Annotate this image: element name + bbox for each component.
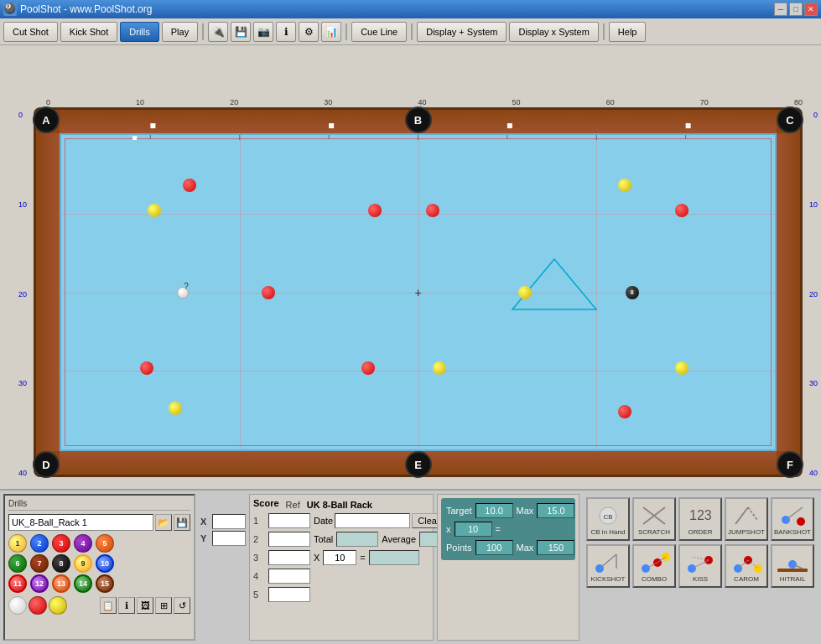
ball-red-2[interactable] <box>368 204 382 217</box>
chart-icon-button[interactable]: 📊 <box>321 22 341 42</box>
score-input-3[interactable] <box>268 550 310 565</box>
ball-red-4[interactable] <box>675 204 688 217</box>
result-input[interactable] <box>369 550 419 565</box>
svg-line-18 <box>735 507 748 524</box>
drill-action-refresh[interactable]: ↺ <box>174 597 190 614</box>
camera-icon-button[interactable]: 📷 <box>253 22 273 42</box>
combo-button[interactable]: COMBO <box>632 544 676 588</box>
ball-red-6[interactable] <box>140 361 153 375</box>
scratch-button[interactable]: SCRATCH <box>632 497 676 541</box>
ball-red-5[interactable] <box>262 286 275 299</box>
ball-btn-12[interactable]: 12 <box>30 574 49 593</box>
carom-button[interactable]: CAROM <box>725 544 768 588</box>
drill-save-btn[interactable]: 💾 <box>174 514 190 531</box>
ball-btn-10[interactable]: 10 <box>96 554 114 573</box>
ruler-h-10: 10 <box>136 98 144 106</box>
table-felt[interactable]: + ? <box>60 133 777 451</box>
target-input[interactable] <box>475 503 513 518</box>
drill-action-info[interactable]: ℹ <box>118 597 135 614</box>
order-button[interactable]: 123 ORDER <box>678 497 722 541</box>
date-input[interactable] <box>335 513 410 528</box>
drill-action-grid[interactable]: ⊞ <box>155 597 172 614</box>
order-label: ORDER <box>688 528 713 536</box>
center-marker: + <box>414 286 421 299</box>
x-input[interactable] <box>212 514 246 529</box>
close-button[interactable]: ✕ <box>804 3 818 16</box>
jumpshot-button[interactable]: JUMPSHOT <box>725 497 768 541</box>
drill-action-img[interactable]: 🖼 <box>137 597 153 614</box>
y-input[interactable] <box>212 531 246 546</box>
bankshot-icon <box>777 503 808 528</box>
info-icon-button[interactable]: ℹ <box>276 22 296 42</box>
ruler-h-80: 80 <box>794 98 803 106</box>
cut-shot-button[interactable]: Cut Shot <box>3 22 58 42</box>
ball-yellow-4[interactable] <box>433 361 446 375</box>
ball-btn-15[interactable]: 15 <box>96 574 114 593</box>
ball-btn-9[interactable]: 9 <box>74 554 92 573</box>
ball-yellow-1[interactable] <box>148 204 161 217</box>
maximize-button[interactable]: □ <box>789 3 803 16</box>
ball-btn-6[interactable]: 6 <box>8 554 27 573</box>
ball-btn-3[interactable]: 3 <box>52 534 70 553</box>
help-button[interactable]: Help <box>609 22 647 42</box>
drills-button[interactable]: Drills <box>120 22 158 42</box>
points-input[interactable] <box>475 540 513 555</box>
score-input-5[interactable] <box>268 587 310 602</box>
ball-btn-cue[interactable] <box>8 596 27 615</box>
max-input[interactable] <box>537 503 574 518</box>
kickshot-button[interactable]: KICKSHOT <box>586 544 630 588</box>
title-bar: 🎱 PoolShot - www.PoolShot.org ─ □ ✕ <box>0 0 821 18</box>
pool-table[interactable]: A B C D E F <box>34 107 803 477</box>
points-label: Points <box>446 543 472 553</box>
ruler-h-30: 30 <box>324 98 332 106</box>
ball-red-1[interactable] <box>183 179 196 192</box>
cb-in-hand-button[interactable]: CB CB in Hand <box>586 497 630 541</box>
minimize-button[interactable]: ─ <box>774 3 787 16</box>
cue-line-button[interactable]: Cue Line <box>351 22 407 42</box>
score-input-1[interactable] <box>268 513 310 528</box>
ball-yellow-5[interactable] <box>169 402 182 415</box>
score-numbers: 1 2 3 4 5 <box>253 513 310 604</box>
ball-red-8[interactable] <box>618 405 631 418</box>
ball-yellow-2[interactable] <box>618 179 631 192</box>
date-label: Date <box>314 516 333 526</box>
hitrail-button[interactable]: HITRAIL <box>771 544 814 588</box>
pocket-c-label: C <box>786 114 793 127</box>
ball-btn-11[interactable]: 11 <box>8 574 27 593</box>
points-max-input[interactable] <box>537 540 574 555</box>
total-input[interactable] <box>336 532 378 547</box>
bankshot-button[interactable]: BANKSHOT <box>771 497 814 541</box>
display-x-system-button[interactable]: Display x System <box>509 22 598 42</box>
kick-shot-button[interactable]: Kick Shot <box>60 22 117 42</box>
settings-icon-button[interactable]: ⚙ <box>299 22 319 42</box>
score-input-4[interactable] <box>268 569 310 584</box>
xy-panel: X Y <box>200 494 246 641</box>
ball-btn-2[interactable]: 2 <box>30 534 49 553</box>
ball-red-7[interactable] <box>361 361 375 375</box>
drill-open-btn[interactable]: 📂 <box>155 514 172 531</box>
ball-yellow-6[interactable] <box>675 361 688 375</box>
ball-btn-yellow[interactable] <box>49 596 67 615</box>
ball-btn-8[interactable]: 8 <box>52 554 70 573</box>
display-plus-system-button[interactable]: Display + System <box>417 22 507 42</box>
score-input-2[interactable] <box>268 532 310 547</box>
save-icon-button[interactable]: 💾 <box>231 22 251 42</box>
shot-icons-panel: CB CB in Hand SCRATCH <box>583 494 818 641</box>
play-button[interactable]: Play <box>162 22 198 42</box>
drill-action-copy[interactable]: 📋 <box>100 597 117 614</box>
ball-btn-13[interactable]: 13 <box>52 574 70 593</box>
ball-btn-14[interactable]: 14 <box>74 574 92 593</box>
ball-btn-4[interactable]: 4 <box>74 534 92 553</box>
x-mult-input[interactable] <box>455 522 492 537</box>
kiss-button[interactable]: KISS <box>678 544 722 588</box>
power-icon-button[interactable]: 🔌 <box>208 22 228 42</box>
ball-btn-1[interactable]: 1 <box>8 534 27 553</box>
ball-red-3[interactable] <box>426 204 439 217</box>
ball-yellow-3[interactable] <box>518 286 532 299</box>
drill-name-input[interactable] <box>8 514 153 531</box>
mult-input[interactable] <box>323 550 356 565</box>
ball-8[interactable]: 8 <box>626 286 639 299</box>
ball-btn-5[interactable]: 5 <box>96 534 114 553</box>
ball-btn-7[interactable]: 7 <box>30 554 49 573</box>
ball-btn-red[interactable] <box>29 596 47 615</box>
